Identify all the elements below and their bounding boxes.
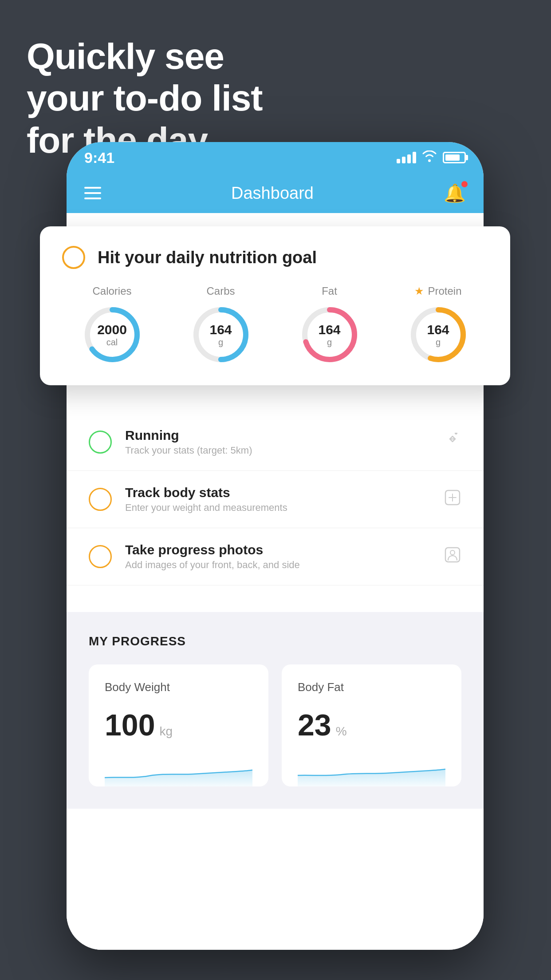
nutrition-checkbox[interactable] (62, 246, 85, 269)
list-item[interactable]: Track body stats Enter your weight and m… (67, 471, 484, 528)
body-fat-value: 23 (298, 707, 331, 742)
protein-value: 164 g (427, 322, 449, 348)
body-fat-card: Body Fat 23 % (282, 664, 461, 786)
body-fat-unit: % (336, 724, 347, 739)
progress-section-title: MY PROGRESS (89, 634, 461, 648)
hamburger-menu[interactable] (84, 187, 101, 199)
body-weight-card: Body Weight 100 kg (89, 664, 268, 786)
body-fat-chart (298, 755, 445, 786)
calories-value: 2000 cal (97, 322, 127, 348)
nav-bar: Dashboard 🔔 (67, 173, 484, 213)
notification-dot (461, 181, 468, 187)
calories-label: Calories (92, 285, 131, 297)
signal-icon (397, 152, 416, 163)
notification-bell-icon[interactable]: 🔔 (444, 183, 466, 204)
todo-checkbox-running[interactable] (89, 431, 112, 454)
carbs-ring: 164 g (190, 304, 252, 366)
svg-point-2 (450, 550, 455, 555)
todo-item-photos-subtitle: Add images of your front, back, and side (125, 559, 430, 571)
nutrition-card-title: Hit your daily nutrition goal (98, 248, 317, 267)
todo-item-photos-info: Take progress photos Add images of your … (125, 542, 430, 571)
headline-line2: your to-do list (27, 77, 263, 119)
nutrition-card-header: Hit your daily nutrition goal (62, 246, 488, 269)
protein-item: ★ Protein 164 g (407, 285, 469, 366)
todo-item-running-subtitle: Track your stats (target: 5km) (125, 445, 430, 456)
scale-icon (444, 489, 461, 510)
todo-item-running-title: Running (125, 428, 430, 443)
fat-label: Fat (322, 285, 337, 297)
status-time: 9:41 (84, 149, 114, 166)
battery-icon (443, 152, 466, 163)
person-icon (444, 546, 461, 567)
fat-item: Fat 164 g (299, 285, 361, 366)
calories-ring: 2000 cal (81, 304, 143, 366)
fat-ring: 164 g (299, 304, 361, 366)
wifi-icon (421, 150, 437, 165)
todo-checkbox-body-stats[interactable] (89, 488, 112, 511)
body-weight-chart (105, 755, 252, 786)
carbs-item: Carbs 164 g (190, 285, 252, 366)
protein-label: ★ Protein (414, 285, 461, 297)
status-bar: 9:41 (67, 142, 484, 173)
list-item[interactable]: Running Track your stats (target: 5km) (67, 414, 484, 471)
body-fat-label: Body Fat (298, 680, 445, 694)
star-icon: ★ (414, 285, 424, 297)
body-weight-value: 100 (105, 707, 155, 742)
running-icon (444, 433, 461, 451)
status-icons (397, 150, 466, 165)
nutrition-circles: Calories 2000 cal Carbs (62, 285, 488, 366)
carbs-label: Carbs (206, 285, 235, 297)
todo-item-body-stats-info: Track body stats Enter your weight and m… (125, 485, 430, 514)
calories-item: Calories 2000 cal (81, 285, 143, 366)
nutrition-card: Hit your daily nutrition goal Calories 2… (40, 226, 510, 385)
todo-item-running-info: Running Track your stats (target: 5km) (125, 428, 430, 456)
carbs-value: 164 g (209, 322, 232, 348)
todo-checkbox-photos[interactable] (89, 545, 112, 568)
nav-title: Dashboard (231, 184, 314, 203)
todo-list: Running Track your stats (target: 5km) T… (67, 414, 484, 585)
body-fat-value-row: 23 % (298, 707, 445, 742)
todo-item-body-stats-subtitle: Enter your weight and measurements (125, 502, 430, 514)
list-item[interactable]: Take progress photos Add images of your … (67, 528, 484, 585)
fat-value: 164 g (318, 322, 340, 348)
todo-item-photos-title: Take progress photos (125, 542, 430, 557)
body-weight-unit: kg (159, 724, 173, 739)
headline-line1: Quickly see (27, 36, 263, 77)
my-progress-section: MY PROGRESS Body Weight 100 kg (67, 612, 484, 809)
protein-ring: 164 g (407, 304, 469, 366)
body-weight-label: Body Weight (105, 680, 252, 694)
todo-item-body-stats-title: Track body stats (125, 485, 430, 500)
body-weight-value-row: 100 kg (105, 707, 252, 742)
progress-cards: Body Weight 100 kg (89, 664, 461, 786)
